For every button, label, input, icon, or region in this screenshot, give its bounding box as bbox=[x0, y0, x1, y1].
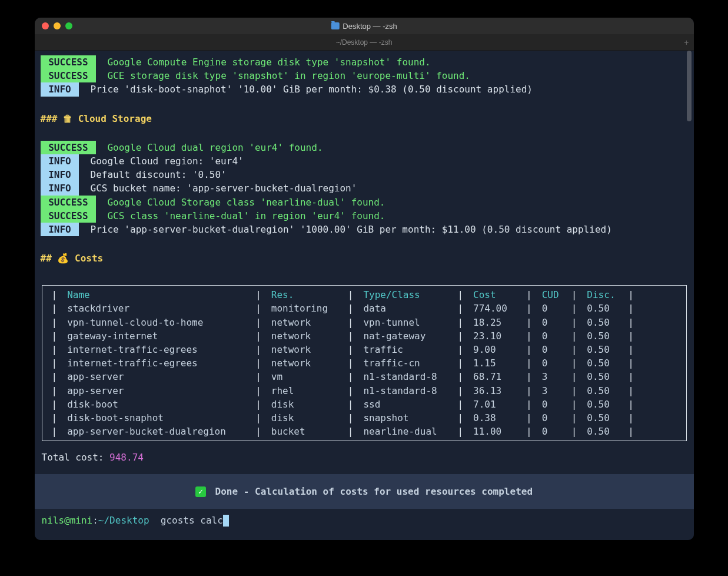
log-text: Google Cloud region: 'eur4' bbox=[79, 155, 243, 167]
cell: disk bbox=[267, 398, 343, 411]
log-line: INFO Default discount: '0.50' bbox=[35, 168, 694, 181]
cell: 0.50 bbox=[582, 316, 623, 329]
done-text: Done - Calculation of costs for used res… bbox=[210, 486, 533, 497]
log-text: Google Cloud Storage class 'nearline-dua… bbox=[96, 197, 385, 208]
table-row: |app-server-bucket-dualregion|bucket|nea… bbox=[42, 425, 686, 438]
empty-line bbox=[35, 267, 694, 280]
prompt-user: nils@mini bbox=[42, 515, 93, 526]
cell: 0 bbox=[537, 398, 567, 411]
cell: ssd bbox=[358, 398, 453, 411]
table-row: |internet-traffic-egrees|network|traffic… bbox=[42, 343, 686, 356]
prompt-path: ~/Desktop bbox=[98, 515, 149, 526]
cell: nat-gateway bbox=[358, 329, 453, 343]
cell: app-server bbox=[62, 370, 251, 383]
log-line: INFO GCS bucket name: 'app-server-bucket… bbox=[35, 181, 694, 195]
table-row: |gateway-internet|network|nat-gateway|23… bbox=[42, 329, 686, 343]
cell: 0.38 bbox=[468, 411, 521, 425]
cell: 0 bbox=[537, 316, 567, 329]
info-badge: INFO bbox=[41, 168, 79, 181]
cursor bbox=[223, 515, 229, 527]
cell: network bbox=[267, 356, 343, 370]
cell: app-server-bucket-dualregion bbox=[62, 425, 251, 438]
minimize-button[interactable] bbox=[54, 22, 61, 29]
log-line: SUCCESS Google Cloud Storage class 'near… bbox=[35, 196, 694, 209]
cell: 3 bbox=[537, 384, 567, 398]
col-header-name: Name bbox=[62, 288, 251, 302]
total-value: 948.74 bbox=[109, 452, 144, 463]
cell: 11.00 bbox=[468, 425, 521, 438]
table-row: |internet-traffic-egrees|network|traffic… bbox=[42, 356, 686, 370]
success-badge: SUCCESS bbox=[41, 69, 97, 82]
cell: 0.50 bbox=[582, 343, 623, 356]
cell: 0 bbox=[537, 343, 567, 356]
success-badge: SUCCESS bbox=[41, 141, 97, 154]
log-text: Price 'disk-boot-snaphot' '10.00' GiB pe… bbox=[79, 84, 533, 95]
log-line: SUCCESS GCS class 'nearline-dual' in reg… bbox=[35, 209, 694, 223]
success-badge: SUCCESS bbox=[41, 196, 97, 209]
cell: stackdriver bbox=[62, 302, 251, 315]
success-badge: SUCCESS bbox=[41, 209, 97, 223]
cell: 0 bbox=[537, 425, 567, 438]
cell: 0.50 bbox=[582, 356, 623, 370]
table-row: |app-server|rhel|n1-standard-8|36.13|3|0… bbox=[42, 384, 686, 398]
table-row: |disk-boot|disk|ssd|7.01|0|0.50| bbox=[42, 398, 686, 411]
col-header-cost: Cost bbox=[468, 288, 521, 302]
success-badge: SUCCESS bbox=[41, 55, 97, 69]
cell: 0 bbox=[537, 329, 567, 343]
title-label: Desktop — -zsh bbox=[343, 22, 397, 31]
cell: 0.50 bbox=[582, 398, 623, 411]
terminal-content[interactable]: SUCCESS Google Compute Engine storage di… bbox=[35, 51, 694, 540]
checkmark-icon: ✓ bbox=[195, 486, 206, 497]
cell: 3 bbox=[537, 370, 567, 383]
cell: disk bbox=[267, 411, 343, 425]
cell: traffic-cn bbox=[358, 356, 453, 370]
cell: vpn-tunnel bbox=[358, 316, 453, 329]
info-badge: INFO bbox=[41, 223, 79, 236]
cell: 36.13 bbox=[468, 384, 521, 398]
log-text: GCS bucket name: 'app-server-bucket-dual… bbox=[79, 183, 357, 194]
tabbar[interactable]: ~/Desktop — -zsh + bbox=[35, 34, 694, 51]
info-badge: INFO bbox=[41, 154, 79, 168]
cell: 23.10 bbox=[468, 329, 521, 343]
cell: 0.50 bbox=[582, 329, 623, 343]
cell: 0.50 bbox=[582, 425, 623, 438]
cell: 0.50 bbox=[582, 370, 623, 383]
cell: disk-boot-snaphot bbox=[62, 411, 251, 425]
maximize-button[interactable] bbox=[65, 22, 72, 29]
cell: 0 bbox=[537, 411, 567, 425]
empty-line bbox=[35, 236, 694, 249]
log-line: SUCCESS GCE storage disk type 'snapshot'… bbox=[35, 69, 694, 82]
prompt[interactable]: nils@mini:~/Desktop gcosts calc bbox=[35, 509, 694, 535]
cell: internet-traffic-egrees bbox=[62, 343, 251, 356]
info-badge: INFO bbox=[41, 82, 79, 96]
new-tab-button[interactable]: + bbox=[684, 38, 689, 47]
col-header-res: Res. bbox=[267, 288, 343, 302]
cell: 0.50 bbox=[582, 302, 623, 315]
done-banner: ✓ Done - Calculation of costs for used r… bbox=[35, 474, 694, 509]
cell: 0 bbox=[537, 356, 567, 370]
col-header-type: Type/Class bbox=[358, 288, 453, 302]
terminal-window: Desktop — -zsh ~/Desktop — -zsh + SUCCES… bbox=[35, 18, 694, 540]
cell: n1-standard-8 bbox=[358, 370, 453, 383]
costs-table: | Name| Res.| Type/Class| Cost| CUD| Dis… bbox=[42, 285, 687, 441]
cell: 68.71 bbox=[468, 370, 521, 383]
log-text: Default discount: '0.50' bbox=[79, 169, 226, 180]
log-text: GCS class 'nearline-dual' in region 'eur… bbox=[96, 210, 385, 221]
titlebar[interactable]: Desktop — -zsh bbox=[35, 18, 694, 34]
tab-title[interactable]: ~/Desktop — -zsh bbox=[336, 38, 393, 47]
close-button[interactable] bbox=[42, 22, 49, 29]
empty-line bbox=[35, 128, 694, 141]
section-heading-costs: ## 💰 Costs bbox=[35, 249, 694, 267]
log-line: INFO Price 'app-server-bucket-dualregion… bbox=[35, 223, 694, 236]
log-line: SUCCESS Google Cloud dual region 'eur4' … bbox=[35, 141, 694, 154]
cell: 18.25 bbox=[468, 316, 521, 329]
cell: vm bbox=[267, 370, 343, 383]
cell: network bbox=[267, 316, 343, 329]
empty-line bbox=[35, 97, 694, 110]
cell: 774.00 bbox=[468, 302, 521, 315]
cell: 9.00 bbox=[468, 343, 521, 356]
total-cost: Total cost: 948.74 bbox=[35, 446, 694, 469]
cell: rhel bbox=[267, 384, 343, 398]
cell: disk-boot bbox=[62, 398, 251, 411]
info-badge: INFO bbox=[41, 181, 79, 195]
